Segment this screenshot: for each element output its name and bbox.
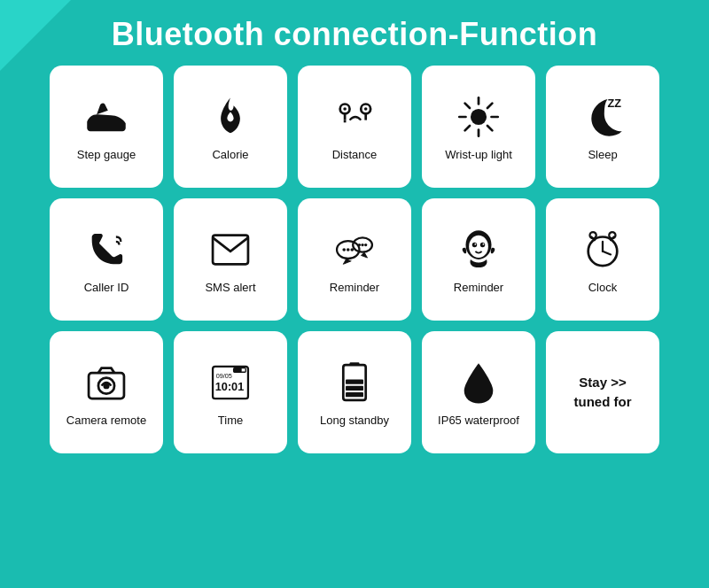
svg-rect-47 — [346, 385, 363, 390]
card-label-reminder-wechat: Reminder — [330, 281, 379, 296]
card-camera-remote: Camera remote — [50, 331, 163, 453]
card-label-long-standby: Long standby — [320, 414, 389, 429]
clock-icon — [577, 224, 628, 275]
card-caller-id: Caller ID — [50, 198, 163, 321]
card-label-caller-id: Caller ID — [84, 281, 129, 296]
feature-row-0: Step gaugeCalorie Distance Wrist-up ligh… — [28, 66, 681, 188]
phone-icon — [81, 224, 132, 275]
svg-point-3 — [343, 107, 347, 111]
card-label-calorie: Calorie — [212, 148, 248, 163]
card-label-distance: Distance — [332, 148, 378, 163]
svg-rect-14 — [213, 235, 248, 264]
sms-icon — [205, 224, 256, 275]
svg-rect-43 — [234, 368, 242, 372]
card-wrist-up: Wrist-up light — [422, 66, 535, 188]
svg-text:09/05: 09/05 — [216, 371, 232, 379]
svg-point-2 — [364, 107, 368, 111]
svg-rect-46 — [346, 379, 363, 383]
card-label-reminder-qq: Reminder — [454, 281, 503, 296]
card-long-standby: Long standby — [298, 331, 411, 453]
card-label-step-gauge: Step gauge — [77, 148, 136, 163]
card-label-sleep: Sleep — [588, 148, 617, 163]
card-stay-tuned: Stay >>tuned for — [546, 331, 659, 453]
svg-text:10:01: 10:01 — [215, 381, 244, 393]
svg-rect-48 — [346, 391, 363, 396]
card-label-sms-alert: SMS alert — [205, 281, 255, 296]
sun-icon — [453, 91, 504, 143]
svg-line-12 — [465, 126, 470, 130]
stay-tuned-text: Stay >>tuned for — [574, 373, 632, 413]
card-reminder-qq: Reminder — [422, 198, 535, 321]
shoe-icon — [81, 91, 132, 143]
card-label-clock: Clock — [588, 281, 618, 296]
svg-point-25 — [472, 242, 477, 246]
svg-point-34 — [590, 232, 596, 238]
card-step-gauge: Step gauge — [50, 66, 163, 188]
card-sleep: ZZ Sleep — [546, 66, 659, 188]
svg-point-26 — [480, 242, 485, 246]
svg-text:ZZ: ZZ — [607, 97, 621, 110]
feature-row-2: Camera remote 09/05 10:01 Time Long stan… — [28, 331, 681, 453]
svg-point-17 — [347, 248, 350, 251]
card-sms-alert: SMS alert — [174, 198, 287, 321]
svg-line-11 — [487, 103, 492, 107]
card-reminder-wechat: Reminder — [298, 198, 411, 321]
card-label-time: Time — [218, 414, 243, 429]
svg-point-16 — [342, 248, 346, 251]
card-label-camera-remote: Camera remote — [66, 414, 146, 429]
svg-point-4 — [471, 108, 487, 124]
battery-icon — [329, 357, 380, 408]
page-title: Bluetooth connection-Function — [0, 0, 709, 66]
qq-icon — [453, 224, 504, 275]
svg-point-24 — [469, 235, 488, 257]
card-label-wrist-up: Wrist-up light — [445, 148, 512, 163]
svg-line-10 — [487, 126, 492, 130]
card-time: 09/05 10:01 Time — [174, 331, 287, 453]
card-ip65: IP65 waterproof — [422, 331, 535, 453]
svg-line-9 — [465, 103, 470, 107]
svg-point-22 — [364, 243, 367, 245]
svg-point-20 — [358, 243, 361, 245]
card-label-ip65: IP65 waterproof — [438, 414, 519, 429]
svg-point-21 — [361, 243, 363, 245]
svg-point-35 — [609, 232, 615, 238]
card-distance: Distance — [298, 66, 411, 188]
distance-icon — [329, 91, 380, 143]
camera-icon — [81, 357, 132, 408]
svg-line-31 — [603, 251, 611, 254]
svg-rect-45 — [350, 362, 360, 366]
sleep-icon: ZZ — [577, 91, 628, 143]
feature-row-1: Caller ID SMS alert Reminder Remin — [28, 198, 681, 321]
svg-point-28 — [483, 243, 485, 244]
card-clock: Clock — [546, 198, 659, 321]
card-calorie: Calorie — [174, 66, 287, 188]
corner-decoration — [0, 0, 71, 71]
drop-icon — [453, 357, 504, 408]
time-icon: 09/05 10:01 — [205, 357, 256, 408]
svg-point-27 — [474, 243, 476, 244]
feature-grid: Step gaugeCalorie Distance Wrist-up ligh… — [0, 66, 709, 464]
flame-icon — [205, 91, 256, 143]
wechat-icon — [329, 224, 380, 275]
